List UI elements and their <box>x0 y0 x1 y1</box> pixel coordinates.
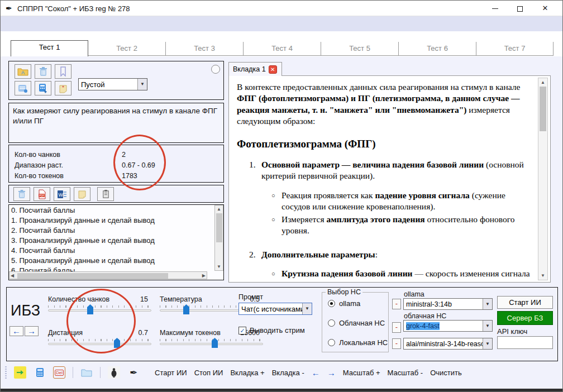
prompt-combobox-value: Чат(с источниками) <box>239 304 302 314</box>
scroll-up-icon[interactable]: ▲ <box>215 205 223 212</box>
radio-cloud-ns[interactable]: Облачная НС <box>328 319 385 327</box>
tab-test-5[interactable]: Тест 5 <box>321 42 399 56</box>
toolbar-tab-plus[interactable]: Вкладка + <box>230 369 264 377</box>
answer-content[interactable]: В контексте предоставленных данных сила … <box>228 75 551 283</box>
tab-test-7[interactable]: Тест 7 <box>476 42 554 56</box>
radio-selected-icon[interactable] <box>328 300 335 307</box>
toolbar-zoom-minus[interactable]: Масштаб - <box>388 369 423 377</box>
toolbar-grip[interactable] <box>5 366 7 379</box>
question-text-box[interactable]: Как измеряют силу реагирования на стимул… <box>8 103 224 143</box>
toolbar-separator <box>100 367 101 378</box>
prompt-combobox[interactable]: Чат(с источниками) ▼ <box>238 303 312 315</box>
delete-icon[interactable]: Del <box>53 366 65 379</box>
tab-test-1[interactable]: Тест 1 <box>11 40 88 56</box>
scroll-down-icon[interactable]: ▼ <box>215 264 223 269</box>
chevron-down-icon[interactable]: ▼ <box>483 338 492 349</box>
content-vscrollbar[interactable]: ▲ ▼ <box>538 78 548 280</box>
list-item[interactable]: 5. Проанализируй данные и сделай вывод <box>9 255 223 265</box>
arrow-right-icon: → <box>27 326 36 336</box>
feather-logo-icon[interactable]: ✒ <box>127 366 140 379</box>
sticky-note-icon[interactable] <box>74 187 90 201</box>
folder-font-button[interactable]: A <box>15 64 31 79</box>
list-item[interactable]: 4. Посчитай баллы <box>9 245 223 255</box>
app-window: ✒ СППРП "Сокол" + ИБЗ reg № 278 ✕ ⚙ Инфо… <box>0 0 563 392</box>
ollama-model-label: ollama <box>404 290 424 298</box>
model-minus-button[interactable]: - <box>392 299 401 309</box>
bookmark-icon[interactable] <box>55 64 71 79</box>
ns-groupbox: Выбор НС ollama Облачная НС Локальная НС <box>322 292 389 352</box>
toolbar-stop-ai[interactable]: Стоп ИИ <box>194 369 223 377</box>
chevron-down-icon[interactable]: ▼ <box>302 303 312 314</box>
slider-track[interactable] <box>48 343 151 345</box>
vscroll-thumb[interactable] <box>216 213 222 242</box>
radio-icon[interactable] <box>328 319 335 327</box>
pdf-export-icon[interactable]: PDF <box>34 187 50 201</box>
chevron-down-icon[interactable]: ▼ <box>483 299 492 309</box>
word-export-icon[interactable]: W <box>54 187 70 201</box>
ollama-model-combobox[interactable]: ministral-3:14b ▼ <box>403 298 493 310</box>
radio-local-ns[interactable]: Локальная НС <box>328 338 388 347</box>
sticky-note-icon[interactable] <box>55 81 71 95</box>
tab-test-6[interactable]: Тест 6 <box>399 42 476 56</box>
toolbar-start-ai[interactable]: Старт ИИ <box>155 369 187 377</box>
tab-close-icon[interactable]: ✕ <box>269 65 277 74</box>
answer-heading: Фотоплетизмограмма (ФПГ) <box>237 137 533 151</box>
calculator-icon[interactable] <box>34 366 46 379</box>
task-list-hscrollbar[interactable]: ◀ ▶ <box>9 271 207 279</box>
local-model-combobox[interactable]: alai/ministral-3-14b-reasoning ▼ <box>403 338 493 350</box>
scroll-left-icon[interactable]: ◀ <box>11 273 14 278</box>
next-question-button[interactable]: → <box>25 326 39 336</box>
server-kb-button[interactable]: Сервер БЗ <box>497 311 553 325</box>
maximize-button[interactable] <box>510 3 529 14</box>
tab-test-4[interactable]: Тест 4 <box>244 42 321 56</box>
chevron-down-icon[interactable]: ▼ <box>137 79 147 90</box>
scroll-note-icon[interactable] <box>15 81 31 95</box>
toolbar-tab-minus[interactable]: Вкладка - <box>272 369 304 377</box>
model-minus-button[interactable]: - <box>392 322 401 333</box>
radio-ollama[interactable]: ollama <box>328 299 360 308</box>
distance-slider[interactable]: Дистанция0.7 <box>48 329 151 345</box>
list-item[interactable]: 2. Посчитай баллы <box>9 225 223 235</box>
toolbar-arrow-left-icon[interactable]: ← <box>312 368 320 377</box>
calculator-hand-icon[interactable] <box>35 81 51 95</box>
radio-icon[interactable] <box>328 339 335 346</box>
close-button[interactable]: ✕ <box>536 3 555 14</box>
trash-icon[interactable] <box>13 187 30 201</box>
preset-combobox[interactable]: Пустой ▼ <box>78 78 147 90</box>
task-list-vscrollbar[interactable]: ▲ ▼ <box>214 205 223 271</box>
chevron-down-icon[interactable]: ▼ <box>483 321 492 331</box>
chunks-slider-value: 15 <box>140 295 148 303</box>
bird-icon[interactable] <box>108 366 120 379</box>
toolbar-clear[interactable]: Очистить <box>430 369 462 377</box>
start-ai-button[interactable]: Старт ИИ <box>497 296 553 309</box>
stream-checkbox-row[interactable]: ✓ Выводить стрим <box>238 326 305 334</box>
slider-ticks <box>48 339 151 341</box>
list-item[interactable]: 0. Посчитай баллы <box>9 205 223 215</box>
vscroll-thumb[interactable] <box>540 87 546 131</box>
run-arrow-icon[interactable] <box>14 366 26 379</box>
list-item[interactable]: 1. Проанализируй данные и сделай вывод <box>9 215 223 225</box>
api-key-input[interactable] <box>497 336 553 349</box>
scroll-right-icon[interactable]: ▶ <box>202 273 206 278</box>
answer-subitem: ○ Крутизна падения базовой линии — скоро… <box>271 268 533 283</box>
slider-track[interactable] <box>48 309 151 312</box>
prev-question-button[interactable]: ← <box>9 326 23 336</box>
hscroll-thumb[interactable] <box>17 273 168 279</box>
trash-icon[interactable] <box>35 64 51 79</box>
tab-test-3[interactable]: Тест 3 <box>166 42 244 56</box>
chunks-slider[interactable]: Количество чанков15 <box>48 295 151 312</box>
clipboard-icon[interactable] <box>97 187 114 201</box>
tab-test-2[interactable]: Тест 2 <box>88 42 166 56</box>
cloud-model-combobox[interactable]: grok-4-fast ▼ <box>403 320 493 332</box>
slider-track[interactable] <box>160 343 263 345</box>
scroll-up-icon[interactable]: ▲ <box>538 78 547 85</box>
minimize-button[interactable] <box>485 3 504 14</box>
checkbox-checked-icon[interactable]: ✓ <box>238 327 246 334</box>
list-item[interactable]: 3. Проанализируй данные и сделай вывод <box>9 235 223 245</box>
folder-icon[interactable] <box>80 366 93 379</box>
toolbar-arrow-right-icon[interactable]: → <box>327 368 336 377</box>
scroll-down-icon[interactable]: ▼ <box>538 273 547 278</box>
result-tab[interactable]: Вкладка 1 ✕ <box>228 62 282 76</box>
model-minus-button[interactable]: - <box>392 338 401 349</box>
toolbar-zoom-plus[interactable]: Масштаб + <box>343 369 380 377</box>
